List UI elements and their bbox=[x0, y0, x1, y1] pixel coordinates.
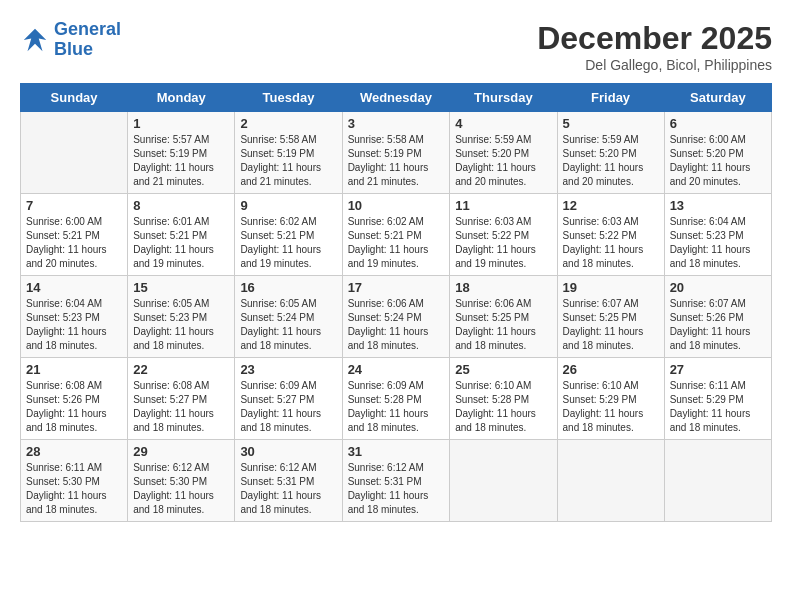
calendar-day-cell: 11Sunrise: 6:03 AMSunset: 5:22 PMDayligh… bbox=[450, 194, 557, 276]
day-info: Sunrise: 6:01 AMSunset: 5:21 PMDaylight:… bbox=[133, 215, 229, 271]
day-of-week-header: Monday bbox=[128, 84, 235, 112]
calendar-day-cell: 9Sunrise: 6:02 AMSunset: 5:21 PMDaylight… bbox=[235, 194, 342, 276]
calendar-day-cell bbox=[450, 440, 557, 522]
calendar-day-cell: 31Sunrise: 6:12 AMSunset: 5:31 PMDayligh… bbox=[342, 440, 450, 522]
day-info: Sunrise: 6:12 AMSunset: 5:31 PMDaylight:… bbox=[348, 461, 445, 517]
calendar-week-row: 28Sunrise: 6:11 AMSunset: 5:30 PMDayligh… bbox=[21, 440, 772, 522]
day-info: Sunrise: 6:05 AMSunset: 5:24 PMDaylight:… bbox=[240, 297, 336, 353]
calendar-day-cell: 18Sunrise: 6:06 AMSunset: 5:25 PMDayligh… bbox=[450, 276, 557, 358]
calendar-day-cell: 27Sunrise: 6:11 AMSunset: 5:29 PMDayligh… bbox=[664, 358, 771, 440]
day-number: 6 bbox=[670, 116, 766, 131]
day-number: 12 bbox=[563, 198, 659, 213]
calendar-day-cell: 3Sunrise: 5:58 AMSunset: 5:19 PMDaylight… bbox=[342, 112, 450, 194]
day-number: 20 bbox=[670, 280, 766, 295]
calendar-day-cell: 14Sunrise: 6:04 AMSunset: 5:23 PMDayligh… bbox=[21, 276, 128, 358]
calendar-day-cell: 30Sunrise: 6:12 AMSunset: 5:31 PMDayligh… bbox=[235, 440, 342, 522]
calendar-day-cell: 26Sunrise: 6:10 AMSunset: 5:29 PMDayligh… bbox=[557, 358, 664, 440]
day-of-week-header: Sunday bbox=[21, 84, 128, 112]
calendar-day-cell bbox=[557, 440, 664, 522]
day-info: Sunrise: 6:04 AMSunset: 5:23 PMDaylight:… bbox=[670, 215, 766, 271]
calendar-day-cell: 22Sunrise: 6:08 AMSunset: 5:27 PMDayligh… bbox=[128, 358, 235, 440]
logo: GeneralBlue bbox=[20, 20, 121, 60]
day-number: 1 bbox=[133, 116, 229, 131]
page-header: GeneralBlue December 2025 Del Gallego, B… bbox=[20, 20, 772, 73]
day-info: Sunrise: 5:58 AMSunset: 5:19 PMDaylight:… bbox=[240, 133, 336, 189]
day-info: Sunrise: 6:06 AMSunset: 5:24 PMDaylight:… bbox=[348, 297, 445, 353]
day-number: 26 bbox=[563, 362, 659, 377]
calendar-day-cell: 15Sunrise: 6:05 AMSunset: 5:23 PMDayligh… bbox=[128, 276, 235, 358]
calendar-day-cell: 4Sunrise: 5:59 AMSunset: 5:20 PMDaylight… bbox=[450, 112, 557, 194]
calendar-day-cell: 8Sunrise: 6:01 AMSunset: 5:21 PMDaylight… bbox=[128, 194, 235, 276]
day-number: 10 bbox=[348, 198, 445, 213]
day-info: Sunrise: 6:02 AMSunset: 5:21 PMDaylight:… bbox=[348, 215, 445, 271]
calendar-day-cell: 28Sunrise: 6:11 AMSunset: 5:30 PMDayligh… bbox=[21, 440, 128, 522]
day-number: 18 bbox=[455, 280, 551, 295]
svg-marker-0 bbox=[24, 29, 47, 52]
calendar-week-row: 7Sunrise: 6:00 AMSunset: 5:21 PMDaylight… bbox=[21, 194, 772, 276]
day-number: 29 bbox=[133, 444, 229, 459]
day-of-week-header: Friday bbox=[557, 84, 664, 112]
day-of-week-header: Wednesday bbox=[342, 84, 450, 112]
calendar-day-cell bbox=[21, 112, 128, 194]
day-info: Sunrise: 6:03 AMSunset: 5:22 PMDaylight:… bbox=[455, 215, 551, 271]
calendar-day-cell: 29Sunrise: 6:12 AMSunset: 5:30 PMDayligh… bbox=[128, 440, 235, 522]
day-number: 14 bbox=[26, 280, 122, 295]
day-number: 21 bbox=[26, 362, 122, 377]
day-info: Sunrise: 6:11 AMSunset: 5:29 PMDaylight:… bbox=[670, 379, 766, 435]
calendar-day-cell: 2Sunrise: 5:58 AMSunset: 5:19 PMDaylight… bbox=[235, 112, 342, 194]
day-info: Sunrise: 6:10 AMSunset: 5:29 PMDaylight:… bbox=[563, 379, 659, 435]
calendar-day-cell: 23Sunrise: 6:09 AMSunset: 5:27 PMDayligh… bbox=[235, 358, 342, 440]
day-number: 5 bbox=[563, 116, 659, 131]
day-info: Sunrise: 5:58 AMSunset: 5:19 PMDaylight:… bbox=[348, 133, 445, 189]
calendar-header-row: SundayMondayTuesdayWednesdayThursdayFrid… bbox=[21, 84, 772, 112]
calendar-day-cell: 20Sunrise: 6:07 AMSunset: 5:26 PMDayligh… bbox=[664, 276, 771, 358]
day-info: Sunrise: 6:05 AMSunset: 5:23 PMDaylight:… bbox=[133, 297, 229, 353]
day-number: 9 bbox=[240, 198, 336, 213]
location-subtitle: Del Gallego, Bicol, Philippines bbox=[537, 57, 772, 73]
day-info: Sunrise: 6:08 AMSunset: 5:27 PMDaylight:… bbox=[133, 379, 229, 435]
logo-text: GeneralBlue bbox=[54, 20, 121, 60]
calendar-table: SundayMondayTuesdayWednesdayThursdayFrid… bbox=[20, 83, 772, 522]
day-number: 2 bbox=[240, 116, 336, 131]
day-number: 15 bbox=[133, 280, 229, 295]
day-number: 3 bbox=[348, 116, 445, 131]
day-info: Sunrise: 6:06 AMSunset: 5:25 PMDaylight:… bbox=[455, 297, 551, 353]
day-info: Sunrise: 6:07 AMSunset: 5:26 PMDaylight:… bbox=[670, 297, 766, 353]
day-info: Sunrise: 6:10 AMSunset: 5:28 PMDaylight:… bbox=[455, 379, 551, 435]
day-of-week-header: Tuesday bbox=[235, 84, 342, 112]
day-number: 25 bbox=[455, 362, 551, 377]
month-year-title: December 2025 bbox=[537, 20, 772, 57]
day-info: Sunrise: 6:08 AMSunset: 5:26 PMDaylight:… bbox=[26, 379, 122, 435]
calendar-day-cell: 1Sunrise: 5:57 AMSunset: 5:19 PMDaylight… bbox=[128, 112, 235, 194]
calendar-day-cell: 25Sunrise: 6:10 AMSunset: 5:28 PMDayligh… bbox=[450, 358, 557, 440]
day-info: Sunrise: 6:07 AMSunset: 5:25 PMDaylight:… bbox=[563, 297, 659, 353]
day-info: Sunrise: 5:59 AMSunset: 5:20 PMDaylight:… bbox=[563, 133, 659, 189]
calendar-day-cell: 16Sunrise: 6:05 AMSunset: 5:24 PMDayligh… bbox=[235, 276, 342, 358]
day-number: 31 bbox=[348, 444, 445, 459]
day-info: Sunrise: 6:02 AMSunset: 5:21 PMDaylight:… bbox=[240, 215, 336, 271]
calendar-week-row: 21Sunrise: 6:08 AMSunset: 5:26 PMDayligh… bbox=[21, 358, 772, 440]
day-number: 22 bbox=[133, 362, 229, 377]
day-number: 30 bbox=[240, 444, 336, 459]
title-block: December 2025 Del Gallego, Bicol, Philip… bbox=[537, 20, 772, 73]
calendar-day-cell: 24Sunrise: 6:09 AMSunset: 5:28 PMDayligh… bbox=[342, 358, 450, 440]
day-info: Sunrise: 6:03 AMSunset: 5:22 PMDaylight:… bbox=[563, 215, 659, 271]
day-of-week-header: Saturday bbox=[664, 84, 771, 112]
calendar-day-cell: 19Sunrise: 6:07 AMSunset: 5:25 PMDayligh… bbox=[557, 276, 664, 358]
calendar-day-cell bbox=[664, 440, 771, 522]
calendar-day-cell: 17Sunrise: 6:06 AMSunset: 5:24 PMDayligh… bbox=[342, 276, 450, 358]
day-info: Sunrise: 6:12 AMSunset: 5:30 PMDaylight:… bbox=[133, 461, 229, 517]
calendar-day-cell: 7Sunrise: 6:00 AMSunset: 5:21 PMDaylight… bbox=[21, 194, 128, 276]
day-number: 24 bbox=[348, 362, 445, 377]
day-number: 13 bbox=[670, 198, 766, 213]
day-number: 28 bbox=[26, 444, 122, 459]
calendar-day-cell: 13Sunrise: 6:04 AMSunset: 5:23 PMDayligh… bbox=[664, 194, 771, 276]
calendar-day-cell: 6Sunrise: 6:00 AMSunset: 5:20 PMDaylight… bbox=[664, 112, 771, 194]
day-info: Sunrise: 6:11 AMSunset: 5:30 PMDaylight:… bbox=[26, 461, 122, 517]
day-info: Sunrise: 6:12 AMSunset: 5:31 PMDaylight:… bbox=[240, 461, 336, 517]
day-number: 16 bbox=[240, 280, 336, 295]
day-number: 7 bbox=[26, 198, 122, 213]
day-number: 8 bbox=[133, 198, 229, 213]
day-number: 27 bbox=[670, 362, 766, 377]
calendar-day-cell: 12Sunrise: 6:03 AMSunset: 5:22 PMDayligh… bbox=[557, 194, 664, 276]
